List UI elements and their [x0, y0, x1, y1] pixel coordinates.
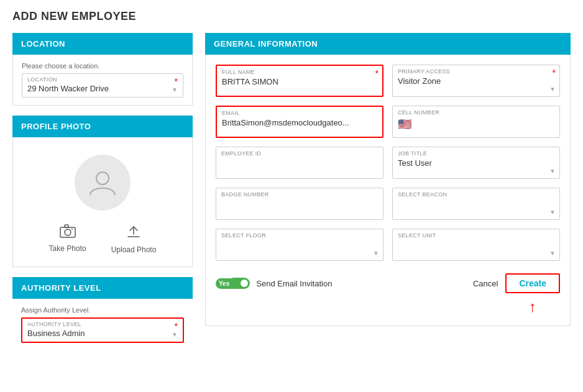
select-floor-field[interactable]: SELECT FLOOR ▼	[216, 229, 383, 261]
primary-access-value: Visitor Zone	[398, 76, 554, 86]
employee-id-label: EMPLOYEE ID	[221, 150, 378, 157]
upload-icon	[127, 223, 140, 243]
select-floor-label: SELECT FLOOR	[221, 232, 378, 239]
cell-number-label: CELL NUMBER	[398, 109, 554, 116]
photo-actions: Take Photo Upload P	[22, 223, 183, 254]
email-invitation-toggle[interactable]: Yes	[216, 278, 250, 289]
authority-level-dropdown-arrow: ▼	[172, 331, 178, 338]
job-title-field[interactable]: JOB TITLE Test User ▼	[392, 147, 560, 179]
authority-level-section: AUTHORITY LEVEL Assign Authority Level. …	[12, 277, 193, 350]
red-arrow-icon: ↑	[529, 298, 536, 316]
toggle-dot	[241, 280, 248, 287]
take-photo-label: Take Photo	[49, 244, 86, 253]
badge-number-field[interactable]: BADGE NUMBER	[216, 188, 383, 220]
location-field-value: 29 North Wacker Drive	[27, 83, 178, 94]
cell-number-flag: 🇺🇸	[398, 117, 554, 131]
select-beacon-field[interactable]: SELECT BEACON ▼	[392, 188, 560, 220]
form-grid: FULL NAME BRITTA SIMON * PRIMARY ACCESS …	[216, 65, 560, 261]
svg-point-0	[96, 172, 109, 185]
authority-level-body: Assign Authority Level. AUTHORITY LEVEL …	[12, 299, 193, 350]
upload-photo-label: Upload Photo	[111, 245, 157, 254]
location-field[interactable]: LOCATION 29 North Wacker Drive * ▼	[22, 73, 183, 98]
email-label: EMAIL	[222, 110, 377, 116]
full-name-required: *	[375, 68, 379, 78]
toggle-yes-label: Yes	[216, 278, 232, 289]
select-unit-dropdown-arrow: ▼	[549, 250, 556, 257]
email-invitation-label: Send Email Invitation	[256, 279, 332, 288]
job-title-dropdown-arrow: ▼	[549, 168, 556, 175]
arrow-wrapper: ↑	[216, 298, 560, 316]
authority-level-field-label: AUTHORITY LEVEL	[27, 321, 178, 327]
primary-access-label: PRIMARY ACCESS	[398, 68, 554, 75]
take-photo-button[interactable]: Take Photo	[49, 224, 86, 253]
profile-photo-body: Take Photo Upload P	[12, 137, 193, 267]
email-value: BrittaSimon@msdemocloudgateo...	[222, 118, 377, 127]
profile-photo-header: PROFILE PHOTO	[12, 116, 193, 137]
select-unit-field[interactable]: SELECT UNIT ▼	[392, 229, 560, 261]
primary-access-dropdown-arrow: ▼	[549, 86, 556, 93]
select-unit-label: SELECT UNIT	[398, 232, 554, 239]
location-dropdown-arrow: ▼	[172, 86, 178, 93]
location-required-star: *	[175, 76, 178, 86]
email-invitation: Yes Send Email Invitation	[216, 278, 332, 289]
employee-id-field[interactable]: EMPLOYEE ID	[216, 147, 383, 179]
action-buttons: Cancel Create	[473, 273, 560, 293]
authority-level-header: AUTHORITY LEVEL	[12, 277, 193, 299]
upload-photo-button[interactable]: Upload Photo	[111, 223, 157, 254]
full-name-field[interactable]: FULL NAME BRITTA SIMON *	[216, 65, 383, 97]
cancel-button[interactable]: Cancel	[473, 279, 498, 288]
general-info-header: GENERAL INFORMATION	[205, 33, 571, 55]
page-title: ADD NEW EMPLOYEE	[12, 10, 571, 23]
left-panel: LOCATION Please choose a location. LOCAT…	[12, 33, 193, 350]
badge-number-label: BADGE NUMBER	[221, 191, 378, 198]
location-field-label: LOCATION	[27, 76, 178, 83]
full-name-label: FULL NAME	[222, 69, 377, 75]
primary-access-field[interactable]: PRIMARY ACCESS Visitor Zone * ▼	[392, 65, 560, 97]
main-layout: LOCATION Please choose a location. LOCAT…	[12, 33, 571, 350]
select-floor-dropdown-arrow: ▼	[373, 250, 379, 257]
camera-icon	[60, 224, 76, 242]
right-content: FULL NAME BRITTA SIMON * PRIMARY ACCESS …	[205, 55, 571, 326]
location-header: LOCATION	[12, 33, 193, 55]
job-title-value: Test User	[398, 158, 554, 168]
toggle-circle	[232, 278, 250, 289]
cell-number-field[interactable]: CELL NUMBER 🇺🇸	[392, 106, 560, 138]
authority-level-field-value: Business Admin	[27, 327, 178, 339]
location-body: Please choose a location. LOCATION 29 No…	[12, 55, 193, 106]
authority-level-required-star: *	[175, 321, 178, 331]
create-button[interactable]: Create	[505, 273, 560, 293]
photo-area: Take Photo Upload P	[22, 145, 183, 259]
select-beacon-dropdown-arrow: ▼	[549, 209, 556, 216]
page-container: ADD NEW EMPLOYEE LOCATION Please choose …	[0, 0, 583, 360]
right-panel: GENERAL INFORMATION FULL NAME BRITTA SIM…	[205, 33, 571, 326]
primary-access-required: *	[553, 68, 556, 78]
email-field[interactable]: EMAIL BrittaSimon@msdemocloudgateo...	[216, 106, 383, 138]
select-beacon-label: SELECT BEACON	[398, 191, 554, 198]
svg-point-4	[71, 229, 73, 230]
full-name-value: BRITTA SIMON	[222, 77, 377, 86]
job-title-label: JOB TITLE	[398, 150, 554, 157]
svg-point-2	[65, 229, 71, 235]
svg-rect-3	[65, 225, 68, 227]
avatar-icon	[87, 167, 118, 198]
profile-photo-section: PROFILE PHOTO	[12, 116, 193, 267]
avatar	[75, 155, 131, 211]
location-prompt: Please choose a location.	[22, 62, 183, 70]
bottom-bar: Yes Send Email Invitation Cancel Create	[216, 271, 560, 296]
authority-level-field[interactable]: AUTHORITY LEVEL Business Admin * ▼	[21, 317, 184, 343]
authority-level-prompt: Assign Authority Level.	[21, 306, 184, 314]
location-section: LOCATION Please choose a location. LOCAT…	[12, 33, 193, 106]
